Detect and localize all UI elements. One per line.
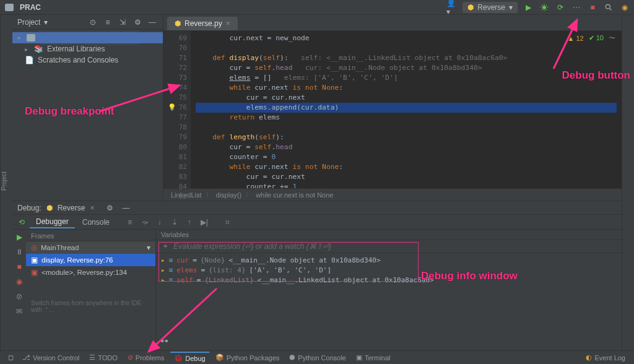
debug-side-toolbar: ▶ ⏸ ■ ◉ ⊘ ✉ [12, 230, 26, 349]
right-tool-strip[interactable] [622, 15, 634, 350]
project-panel-title: Project [17, 18, 40, 27]
svg-point-0 [542, 6, 546, 9]
step-out-button[interactable]: ↑ [183, 215, 196, 229]
project-tree[interactable]: hidden project path name here 📚External … [12, 30, 163, 201]
watches-icon[interactable]: 👓 [160, 337, 169, 345]
locate-icon[interactable]: ⊙ [87, 17, 98, 28]
expand-icon[interactable]: ⇲ [117, 17, 128, 28]
left-tool-strip[interactable]: Project [0, 15, 12, 350]
user-icon[interactable]: 👤▾ [446, 2, 458, 13]
stack-frame[interactable]: ▣display, Reverse.py:76 [26, 254, 155, 266]
run-button[interactable]: ▶ [523, 2, 534, 13]
settings-icon[interactable]: ◉ [619, 2, 630, 13]
close-icon[interactable]: × [226, 19, 230, 28]
view-breakpoints-button[interactable]: ◉ [14, 277, 24, 287]
status-terminal[interactable]: ▣ Terminal [352, 352, 394, 363]
stop-button-side[interactable]: ■ [14, 262, 24, 272]
project-name: PRAC [20, 3, 41, 12]
stack-frame[interactable]: ▣<module>, Reverse.py:134 [26, 266, 155, 279]
folder-icon [4, 2, 15, 13]
titlebar: PRAC 👤▾ ⬢ Reverse ▾ ▶ ⟳ ⋯ ■ ◉ [0, 0, 634, 15]
chevron-down-icon: ▾ [509, 3, 513, 12]
debug-tool-window: Debug: ⬢ Reverse × ⚙ — ⟲ Debugger Consol… [12, 201, 622, 349]
stop-button[interactable]: ■ [587, 2, 598, 13]
inspection-indicators[interactable]: ▲ 12 ✔ 10 〜 [567, 33, 615, 43]
tree-item-root[interactable]: hidden project path name here [12, 32, 163, 43]
status-version-control[interactable]: ⎇ Version Control [19, 352, 83, 363]
status-debug[interactable]: 🐞 Debug [170, 352, 209, 363]
hide-icon[interactable]: — [147, 17, 158, 28]
status-event-log[interactable]: ◐ Event Log [582, 352, 629, 363]
run-to-cursor-button[interactable]: ▶| [198, 215, 211, 229]
editor-tab-label: Reverse.py [185, 19, 222, 28]
breadcrumb[interactable]: LinkedList〉 display()〉 while cur.next is… [163, 188, 622, 201]
thread-selector[interactable]: ◎MainThread▾ [26, 241, 155, 254]
resume-button[interactable]: ▶ [14, 232, 24, 242]
tree-item-scratches[interactable]: 📄Scratches and Consoles [12, 54, 163, 66]
debug-toolbar: ⟲ Debugger Console ≡ ⤼ ↓ ⇣ ↑ ▶| ⌗ [12, 215, 622, 230]
run-config-label: Reverse [477, 3, 505, 12]
code-area[interactable]: cur.next = new_node def display(self): s… [191, 31, 622, 188]
variables-header: Variables [156, 230, 622, 240]
step-into-my-button[interactable]: ⇣ [168, 215, 181, 229]
frames-header: Frames [26, 231, 155, 241]
mute-breakpoints-button[interactable]: ⊘ [14, 292, 24, 301]
status-bar: ◻ ⎇ Version Control ☰ TODO ⊘ Problems 🐞 … [0, 350, 634, 364]
editor-tab-reverse[interactable]: ⬢ Reverse.py × [167, 17, 238, 30]
variables-list[interactable]: ▸ ≡ cur = {Node} <__main__.Node object a… [156, 253, 622, 349]
step-into-button[interactable]: ↓ [153, 215, 167, 229]
project-tool-label[interactable]: Project [1, 171, 7, 190]
collapse-icon[interactable]: ≡ [102, 17, 113, 28]
debug-button[interactable] [539, 2, 550, 13]
gear-icon[interactable]: ⚙ [132, 17, 143, 28]
variables-panel: Variables + Evaluate expression (⏎) or a… [156, 230, 622, 349]
settings-side-button[interactable]: ✉ [14, 306, 24, 316]
step-over-button[interactable]: ⤼ [138, 215, 152, 229]
status-todo[interactable]: ☰ TODO [85, 352, 121, 363]
editor-tabs: ⬢ Reverse.py × [163, 15, 622, 31]
tab-debugger[interactable]: Debugger [30, 216, 75, 228]
tree-item-external-libraries[interactable]: 📚External Libraries [12, 43, 163, 54]
status-problems[interactable]: ⊘ Problems [124, 352, 168, 363]
svg-point-1 [606, 4, 610, 9]
editor: ⬢ Reverse.py × 69707172737475💡7677787980… [163, 15, 622, 201]
add-watch-icon[interactable]: + [161, 242, 170, 251]
gear-icon[interactable]: ⚙ [104, 202, 115, 214]
project-panel: Project ▾ ⊙ ≡ ⇲ ⚙ — hidden project path … [12, 15, 163, 201]
gutter[interactable]: 69707172737475💡76777879808182838485 [163, 31, 191, 188]
status-python-packages[interactable]: 📦 Python Packages [212, 352, 284, 363]
frames-hint: Switch frames from anywhere in the IDE w… [26, 279, 155, 316]
hide-icon[interactable]: — [120, 202, 131, 214]
more-run-icon[interactable]: ⋯ [571, 2, 582, 13]
chevron-down-icon[interactable]: ▾ [44, 18, 48, 27]
pause-button[interactable]: ⏸ [14, 247, 24, 257]
tab-console[interactable]: Console [76, 217, 116, 228]
show-execution-point-button[interactable]: ≡ [123, 215, 137, 229]
frames-panel: Frames ◎MainThread▾ ▣display, Reverse.py… [26, 230, 156, 349]
tool-window-toggle-icon[interactable]: ◻ [5, 352, 16, 363]
evaluate-input[interactable]: + Evaluate expression (⏎) or add a watch… [156, 240, 622, 253]
rerun-button[interactable]: ⟲ [15, 215, 28, 229]
search-everywhere-icon[interactable] [603, 2, 614, 13]
close-icon[interactable]: × [90, 204, 94, 212]
run-config-dropdown[interactable]: ⬢ Reverse ▾ [462, 2, 518, 13]
debug-header-title: Debug: [17, 204, 41, 212]
status-python-console[interactable]: ⬢ Python Console [285, 352, 350, 363]
editor-body[interactable]: 69707172737475💡76777879808182838485 cur.… [163, 31, 622, 188]
evaluate-button[interactable]: ⌗ [221, 215, 235, 229]
run-with-coverage-button[interactable]: ⟳ [555, 2, 566, 13]
debug-config-name: Reverse [58, 204, 85, 212]
